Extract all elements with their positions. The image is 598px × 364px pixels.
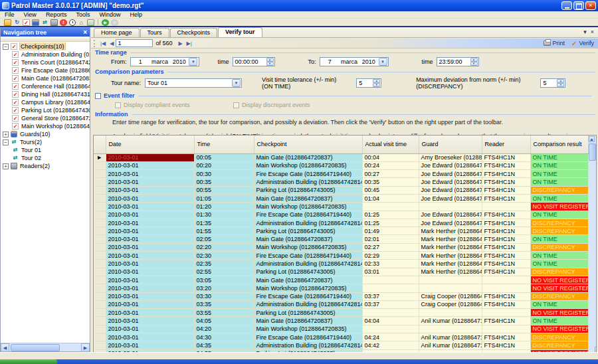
cell-comparison-result[interactable]: ON TIME <box>530 317 589 325</box>
cell-date[interactable]: 2010-03-01 <box>106 178 194 186</box>
menu-tools[interactable]: Tools <box>71 11 94 18</box>
home-icon[interactable]: ⌂ <box>78 19 85 26</box>
cell-checkpoint[interactable]: Administration Building (0128864742814) <box>254 260 362 268</box>
cell-comparison-result[interactable]: DISCREPANCY <box>530 186 589 194</box>
cell-date[interactable]: 2010-03-01 <box>106 317 194 325</box>
column-header-time[interactable]: Time <box>194 136 254 153</box>
cell-actual-visit-time[interactable]: 04:04 <box>362 317 419 325</box>
tour-name-select[interactable]: Tour 01 ▼ <box>145 78 242 88</box>
cell-guard[interactable]: Anil Kumar (0128864719828) <box>419 317 482 325</box>
tree-item-general-store-0128864723209[interactable]: ✓General Store (0128864723209) <box>1 114 90 122</box>
last-record-button[interactable]: ▶| <box>185 41 194 46</box>
row-selector[interactable] <box>94 203 106 211</box>
cell-guard[interactable]: Joe Edward (0128864719562) <box>419 178 482 186</box>
cell-reader[interactable]: FTS4HC1N <box>482 227 530 235</box>
chevron-down-icon[interactable]: ▼ <box>379 58 387 66</box>
tree-icon[interactable] <box>87 19 94 26</box>
cell-date[interactable]: 2010-03-01 <box>106 203 194 211</box>
menu-help[interactable]: Help <box>125 11 147 18</box>
cell-actual-visit-time[interactable] <box>362 325 419 333</box>
cell-comparison-result[interactable]: NO VISIT REGISTERED <box>530 325 589 333</box>
row-selector[interactable] <box>94 341 106 349</box>
cell-time[interactable]: 01:35 <box>194 219 254 227</box>
tolerance-spinner[interactable]: ▲▼ <box>373 79 380 87</box>
cell-comparison-result[interactable]: DISCREPANCY <box>530 219 589 227</box>
cell-reader[interactable]: FTS4HC1N <box>482 211 530 219</box>
cell-checkpoint[interactable]: Administration Building (0128864742814) <box>254 219 362 227</box>
cell-guard[interactable]: Joe Edward (0128864719562) <box>419 186 482 194</box>
cell-time[interactable]: 02:20 <box>194 243 254 251</box>
cell-actual-visit-time[interactable]: 02:29 <box>362 252 419 260</box>
refresh-icon[interactable]: ↻ <box>13 19 21 26</box>
cell-checkpoint[interactable]: Fire Escape Gate (0128864719440) <box>254 170 362 178</box>
close-panel-icon[interactable]: × <box>83 29 87 36</box>
cell-reader[interactable]: FTS4HC1N <box>482 219 530 227</box>
row-selector[interactable] <box>94 268 106 276</box>
checkpoints-icon[interactable]: ✓ <box>23 19 30 26</box>
cell-reader[interactable]: FTS4HC1N <box>482 178 530 186</box>
readers-icon[interactable] <box>50 19 58 26</box>
cell-actual-visit-time[interactable]: 00:45 <box>362 186 419 194</box>
column-header-checkpoint[interactable]: Checkpoint <box>254 136 362 153</box>
cell-time[interactable]: 03:30 <box>194 292 254 300</box>
cell-reader[interactable]: FTS4HC1N <box>482 260 530 268</box>
chevron-down-icon[interactable]: ▼ <box>189 58 197 66</box>
cell-date[interactable]: 2010-03-01 <box>106 341 194 349</box>
prev-record-button[interactable]: ◀ <box>108 41 116 46</box>
menu-reports[interactable]: Reports <box>41 11 72 18</box>
cell-checkpoint[interactable]: Parking Lot (0128864743005) <box>254 309 362 317</box>
cell-time[interactable]: 02:35 <box>194 260 254 268</box>
from-time-field[interactable]: 00:00:00 ▲▼ <box>233 57 275 66</box>
current-record-input[interactable] <box>116 39 153 47</box>
cell-guard[interactable]: Craig Cooper (0128864736052) <box>419 300 482 308</box>
tree-item-campus-library-0128864721152[interactable]: ✓Campus Library (0128864721152) <box>1 98 90 106</box>
cell-comparison-result[interactable]: ON TIME <box>530 300 589 308</box>
cell-reader[interactable] <box>482 284 530 292</box>
close-button[interactable]: × <box>585 1 596 10</box>
cell-checkpoint[interactable]: Main Workshop (0128864720835) <box>254 325 362 333</box>
cell-actual-visit-time[interactable] <box>362 284 419 292</box>
cell-time[interactable]: 03:20 <box>194 284 254 292</box>
cell-date[interactable]: 2010-03-01 <box>106 300 194 308</box>
cell-actual-visit-time[interactable] <box>362 203 419 211</box>
cell-date[interactable]: 2010-03-01 <box>106 235 194 243</box>
cell-time[interactable]: 04:35 <box>194 341 254 349</box>
row-selector[interactable] <box>94 219 106 227</box>
row-selector[interactable] <box>94 333 106 341</box>
cell-date[interactable]: 2010-03-01 <box>106 243 194 251</box>
cell-date[interactable]: 2010-03-01 <box>106 227 194 235</box>
plus-expander-icon[interactable]: + <box>3 163 9 169</box>
scroll-up-icon[interactable]: ▲ <box>589 136 595 142</box>
minus-expander-icon[interactable]: − <box>3 139 9 145</box>
cell-date[interactable]: 2010-03-01 <box>106 260 194 268</box>
column-header-reader[interactable]: Reader <box>482 136 530 153</box>
cell-guard[interactable]: Joe Edward (0128864719562) <box>419 194 482 202</box>
cell-checkpoint[interactable]: Parking Lot (0128864743005) <box>254 227 362 235</box>
row-selector[interactable] <box>94 161 106 169</box>
cell-comparison-result[interactable]: ON TIME <box>530 178 589 186</box>
cell-reader[interactable]: FTS4HC1N <box>482 153 530 161</box>
minimize-button[interactable] <box>561 1 572 10</box>
row-selector[interactable] <box>94 243 106 251</box>
tree-item-parking-lot-0128864743005[interactable]: ✓Parking Lot (0128864743005) <box>1 106 90 114</box>
row-selector[interactable]: ► <box>94 153 106 161</box>
minus-expander-icon[interactable]: − <box>3 44 9 50</box>
cell-reader[interactable]: FTS4HC1N <box>482 186 530 194</box>
cell-date[interactable]: 2010-03-01 <box>106 219 194 227</box>
cell-checkpoint[interactable]: Main Gate (0128864720837) <box>254 235 362 243</box>
row-selector[interactable] <box>94 194 106 202</box>
scroll-right-icon[interactable]: ▶ <box>81 343 90 352</box>
display-discrepant-events-checkbox[interactable] <box>233 102 239 108</box>
cell-date[interactable]: 2010-03-01 <box>106 292 194 300</box>
tree-item-readers-2[interactable]: +Readers(2) <box>1 162 90 170</box>
cell-time[interactable]: 04:30 <box>194 333 254 341</box>
cell-reader[interactable] <box>482 309 530 317</box>
cell-time[interactable]: 02:05 <box>194 235 254 243</box>
cell-time[interactable]: 01:05 <box>194 194 254 202</box>
cell-date[interactable]: 2010-03-01 <box>106 333 194 341</box>
cell-guard[interactable]: Joe Edward (0128864719562) <box>419 211 482 219</box>
cell-reader[interactable] <box>482 276 530 284</box>
cell-guard[interactable]: Joe Edward (0128864719562) <box>419 219 482 227</box>
clock-icon[interactable] <box>69 19 76 26</box>
cell-guard[interactable]: Mark Herther (0128864743445) <box>419 227 482 235</box>
